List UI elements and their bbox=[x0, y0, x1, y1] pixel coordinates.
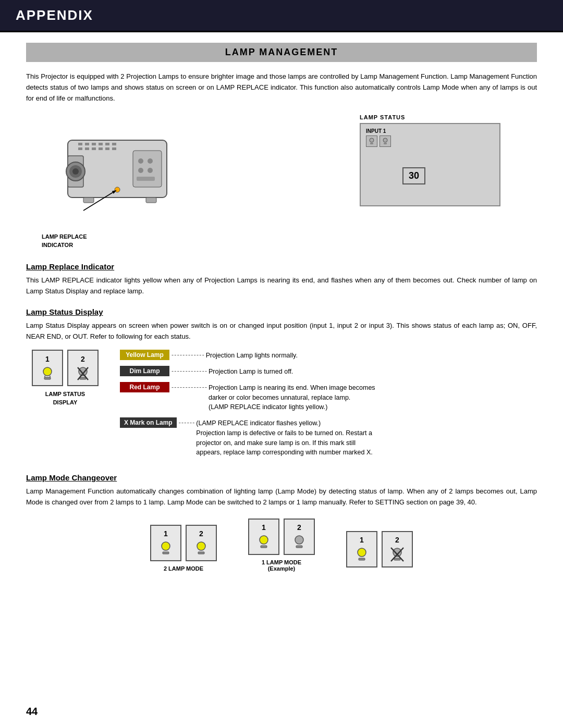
lamp-replace-indicator-text: This LAMP REPLACE indicator lights yello… bbox=[26, 275, 537, 297]
section-title-bar: LAMP MANAGEMENT bbox=[26, 43, 537, 62]
dim-lamp-desc: Projection Lamp is turned off. bbox=[209, 366, 537, 377]
svg-rect-27 bbox=[146, 198, 156, 203]
svg-rect-22 bbox=[137, 177, 155, 181]
svg-rect-26 bbox=[83, 198, 94, 203]
lamp-replace-label: LAMP REPLACE INDICATOR bbox=[36, 233, 214, 249]
lamp-mode-2-label: 2 LAMP MODE bbox=[164, 565, 203, 572]
svg-rect-6 bbox=[112, 143, 116, 145]
svg-rect-9 bbox=[92, 147, 96, 150]
yellow-lamp-badge: Yellow Lamp bbox=[120, 350, 169, 360]
lamp-status-label-top: LAMP STATUS bbox=[360, 114, 527, 120]
svg-point-30 bbox=[383, 138, 387, 142]
svg-rect-3 bbox=[92, 143, 96, 145]
dim-lamp-dashes: - - - - - - - - - - - - - bbox=[169, 366, 209, 376]
lamp-mode-changeover-title: Lamp Mode Changeover bbox=[26, 473, 537, 482]
lamp-box-1: 1 bbox=[32, 350, 63, 386]
lamp-mode-box-1b-2: 2 bbox=[382, 531, 413, 567]
lamp-status-display-title: Lamp Status Display bbox=[26, 307, 537, 316]
projector-diagram: LAMP REPLACE INDICATOR bbox=[36, 114, 214, 249]
svg-rect-12 bbox=[112, 147, 116, 150]
lamp-replace-indicator-section: Lamp Replace Indicator This LAMP REPLACE… bbox=[26, 262, 537, 297]
lamp-bulb-2 bbox=[75, 366, 91, 381]
svg-point-16 bbox=[72, 168, 79, 175]
lamp-mode-box-2-2: 2 bbox=[186, 525, 217, 561]
svg-rect-47 bbox=[261, 546, 267, 548]
lamp-status-screen: INPUT 1 bbox=[360, 123, 500, 206]
red-lamp-badge: Red Lamp bbox=[120, 382, 169, 392]
projector-svg bbox=[36, 114, 198, 229]
intro-text: This Projector is equipped with 2 Projec… bbox=[26, 71, 537, 104]
lamp-bulb-1 bbox=[40, 366, 55, 381]
lamp-mode-boxes-1a: 1 2 bbox=[248, 519, 315, 555]
svg-rect-11 bbox=[105, 147, 109, 150]
svg-point-19 bbox=[148, 158, 153, 164]
lamp-status-display-text: Lamp Status Display appears on screen wh… bbox=[26, 320, 537, 342]
svg-rect-5 bbox=[105, 143, 109, 145]
mode1b-lamp-1-svg bbox=[354, 547, 370, 562]
lamp-mode-changeover-section: Lamp Mode Changeover Lamp Management Fun… bbox=[26, 473, 537, 572]
diagram-area: LAMP REPLACE INDICATOR LAMP STATUS INPUT… bbox=[26, 114, 537, 249]
lamp-mode-changeover-text: Lamp Management Function automatically c… bbox=[26, 486, 537, 508]
svg-point-42 bbox=[162, 542, 170, 550]
status-item-dim: Dim Lamp - - - - - - - - - - - - - Proje… bbox=[120, 366, 537, 377]
svg-rect-8 bbox=[85, 147, 89, 150]
mode2-lamp-2-svg bbox=[193, 540, 209, 556]
main-content: LAMP MANAGEMENT This Projector is equipp… bbox=[0, 32, 563, 603]
lamp-mode-diagrams: 1 2 2 LAMP MODE bbox=[26, 519, 537, 572]
lamp-mode-box-1a-1: 1 bbox=[248, 519, 279, 555]
svg-rect-31 bbox=[384, 143, 387, 144]
page-title: APPENDIX bbox=[16, 7, 547, 23]
xmark-lamp-badge: X Mark on Lamp bbox=[120, 417, 177, 428]
lamp-mode-group-1a: 1 2 1 LAMP MODE (Example) bbox=[248, 519, 315, 572]
yellow-lamp-desc: Projection Lamp lights normally. bbox=[206, 350, 537, 361]
svg-rect-1 bbox=[78, 143, 82, 145]
svg-rect-10 bbox=[99, 147, 103, 150]
lamp-box-2: 2 bbox=[67, 350, 99, 386]
svg-point-46 bbox=[260, 536, 268, 544]
page-header: APPENDIX bbox=[0, 0, 563, 32]
status-items-list: Yellow Lamp - - - - - - - - - - - - Proj… bbox=[120, 350, 537, 463]
svg-rect-51 bbox=[359, 558, 365, 560]
svg-point-48 bbox=[295, 536, 303, 544]
page-number: 44 bbox=[26, 706, 38, 718]
mode1b-lamp-2-svg bbox=[389, 547, 405, 562]
lamp-status-diagram: LAMP STATUS INPUT 1 bbox=[360, 114, 527, 206]
svg-point-23 bbox=[115, 187, 120, 192]
lamp-boxes: 1 2 bbox=[32, 350, 99, 386]
red-lamp-desc: Projection Lamp is nearing its end. When… bbox=[209, 382, 537, 412]
svg-rect-2 bbox=[85, 143, 89, 145]
lamp-mode-boxes-1b: 1 2 bbox=[346, 531, 413, 567]
svg-point-44 bbox=[197, 542, 205, 550]
lamp-status-display-label: LAMP STATUS DISPLAY bbox=[45, 390, 85, 406]
status-number: 30 bbox=[402, 167, 425, 184]
svg-rect-45 bbox=[198, 552, 204, 554]
status-item-xmark: X Mark on Lamp - - - - - - (LAMP REPLACE… bbox=[120, 417, 537, 458]
status-item-yellow: Yellow Lamp - - - - - - - - - - - - Proj… bbox=[120, 350, 537, 361]
mode2-lamp-1-svg bbox=[158, 540, 174, 556]
lamp-mode-box-2-1: 1 bbox=[150, 525, 181, 561]
svg-point-21 bbox=[148, 168, 153, 173]
lamp-replace-indicator-title: Lamp Replace Indicator bbox=[26, 262, 537, 271]
yellow-lamp-dashes: - - - - - - - - - - - - bbox=[169, 350, 206, 360]
svg-point-32 bbox=[43, 367, 52, 376]
status-item-red: Red Lamp - - - - - - - - - - - - - Proje… bbox=[120, 382, 537, 412]
svg-point-18 bbox=[138, 158, 143, 164]
xmark-lamp-dashes: - - - - - - bbox=[177, 417, 197, 428]
lamp-mode-group-2: 1 2 2 LAMP MODE bbox=[150, 525, 217, 572]
section-title: LAMP MANAGEMENT bbox=[30, 47, 533, 58]
projector-container bbox=[36, 114, 198, 230]
svg-point-28 bbox=[370, 138, 374, 142]
lamp-mode-1a-label: 1 LAMP MODE (Example) bbox=[262, 559, 301, 572]
lamp-status-display-layout: 1 2 bbox=[26, 350, 537, 463]
svg-point-50 bbox=[358, 548, 366, 557]
svg-rect-53 bbox=[394, 558, 400, 560]
svg-rect-49 bbox=[296, 546, 302, 548]
svg-rect-35 bbox=[44, 377, 51, 379]
svg-rect-4 bbox=[99, 143, 103, 145]
dim-lamp-badge: Dim Lamp bbox=[120, 366, 169, 376]
lamp-mode-group-1b: 1 2 bbox=[346, 531, 413, 572]
xmark-lamp-desc: (LAMP REPLACE indicator flashes yellow.)… bbox=[196, 417, 537, 458]
lamp-display-left: 1 2 bbox=[26, 350, 104, 406]
svg-rect-7 bbox=[78, 147, 82, 150]
svg-rect-39 bbox=[80, 377, 86, 379]
